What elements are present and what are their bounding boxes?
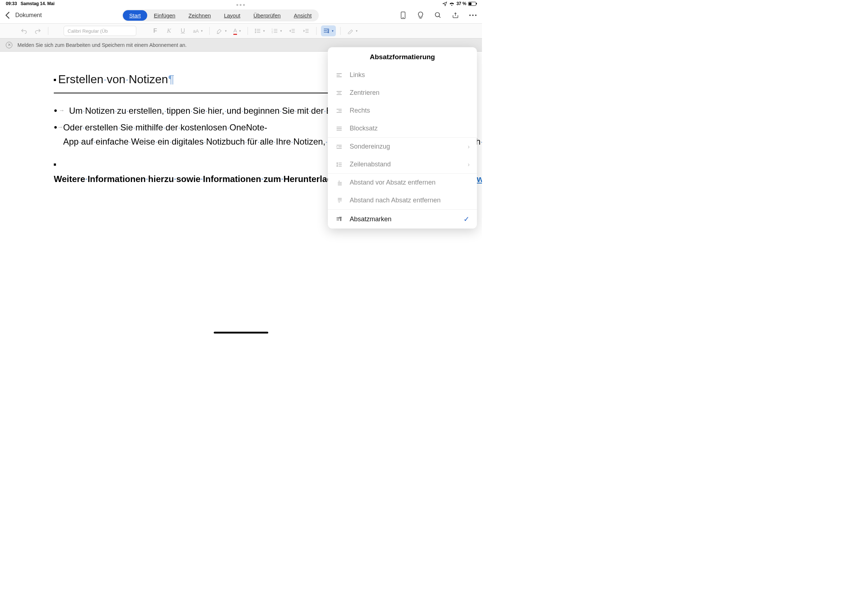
chevron-right-icon: › [468,144,470,150]
paragraph-formatting-button[interactable]: ▾ [321,25,336,36]
svg-point-13 [255,32,256,33]
popover-item-label: Zentrieren [350,89,470,97]
svg-point-11 [255,31,256,31]
pilcrow-icon [335,216,343,222]
bold-button[interactable]: F [149,25,161,36]
align-center-icon [335,90,343,96]
bullets-button[interactable]: ▾ [252,25,267,36]
svg-point-8 [475,14,476,16]
infobar-message: Melden Sie sich zum Bearbeiten und Speic… [17,42,186,48]
location-icon [442,2,447,6]
popover-item-indent-special[interactable]: Sondereinzug› [328,137,477,156]
indent-special-icon [335,144,343,149]
popover-item-label: Abstand nach Absatz entfernen [350,196,470,204]
popover-item-line-spacing[interactable]: Zeilenabstand› [328,156,477,173]
window-drag-handle[interactable]: ●●● [236,2,246,7]
redo-button[interactable] [32,25,43,36]
tab-view[interactable]: Ansicht [287,10,318,21]
popover-item-pilcrow[interactable]: Absatzmarken✓ [328,209,477,229]
svg-point-6 [469,14,471,16]
tab-insert[interactable]: Einfügen [147,10,182,21]
checkmark-icon: ✓ [463,215,470,223]
battery-icon [468,2,476,6]
svg-point-3 [436,13,440,17]
wifi-icon [449,2,455,6]
popover-item-label: Links [350,71,470,79]
popover-item-space-after[interactable]: Abstand nach Absatz entfernen [328,192,477,209]
svg-line-4 [439,16,440,18]
svg-text:3: 3 [271,32,273,33]
align-justify-icon [335,126,343,131]
ribbon-tabs: Start Einfügen Zeichnen Layout Überprüfe… [122,9,319,22]
space-after-icon [335,198,343,204]
popover-item-label: Absatzmarken [350,215,457,223]
decrease-indent-button[interactable] [287,25,298,36]
svg-point-7 [472,14,474,16]
status-time: 09:33 [6,1,17,6]
document-title[interactable]: Dokument [15,12,42,19]
share-icon[interactable] [451,11,459,19]
align-left-icon [335,73,343,78]
more-icon[interactable] [469,11,477,19]
popover-title: Absatzformatierung [328,47,477,66]
font-size-button[interactable]: aA▾ [191,25,205,36]
lightbulb-icon[interactable] [417,11,425,19]
popover-item-space-before[interactable]: Abstand vor Absatz entfernen [328,173,477,192]
tab-draw[interactable]: Zeichnen [182,10,217,21]
increase-indent-button[interactable] [300,25,312,36]
paragraph-formatting-popover: Absatzformatierung LinksZentrierenRechts… [328,47,477,229]
popover-item-align-center[interactable]: Zentrieren [328,84,477,102]
tab-review[interactable]: Überprüfen [247,10,287,21]
formatting-toolbar: Calibri Regular (Üb F K U aA▾ ▾ A▾ ▾ 123… [0,23,482,39]
mobile-view-icon[interactable] [399,11,407,19]
font-selector[interactable]: Calibri Regular (Üb [64,26,136,36]
home-indicator[interactable] [214,332,268,334]
popover-item-label: Zeilenabstand [350,161,461,168]
line-spacing-icon [335,162,343,167]
back-button[interactable] [5,11,10,19]
align-right-icon [335,108,343,113]
popover-item-label: Blocksatz [350,125,470,132]
styles-button[interactable]: ▾ [345,25,360,36]
status-date: Samstag 14. Mai [21,1,54,6]
battery-percent: 37 % [457,1,467,6]
underline-button[interactable]: U [177,25,189,36]
numbering-button[interactable]: 123▾ [269,25,284,36]
tab-start[interactable]: Start [123,10,147,21]
app-header: Dokument Start Einfügen Zeichnen Layout … [0,7,482,23]
close-infobar-button[interactable]: ✕ [6,42,12,48]
popover-item-align-left[interactable]: Links [328,66,477,84]
chevron-right-icon: › [468,161,470,168]
highlight-button[interactable]: ▾ [214,25,229,36]
italic-button[interactable]: K [163,25,175,36]
popover-item-align-justify[interactable]: Blocksatz [328,119,477,137]
popover-item-label: Abstand vor Absatz entfernen [350,179,470,186]
popover-item-label: Rechts [350,107,470,114]
popover-item-align-right[interactable]: Rechts [328,102,477,119]
popover-item-label: Sondereinzug [350,143,461,150]
space-before-icon [335,180,343,186]
tab-layout[interactable]: Layout [217,10,247,21]
font-color-button[interactable]: A▾ [231,25,243,36]
undo-button[interactable] [18,25,30,36]
svg-point-9 [255,29,256,30]
search-icon[interactable] [434,11,442,19]
